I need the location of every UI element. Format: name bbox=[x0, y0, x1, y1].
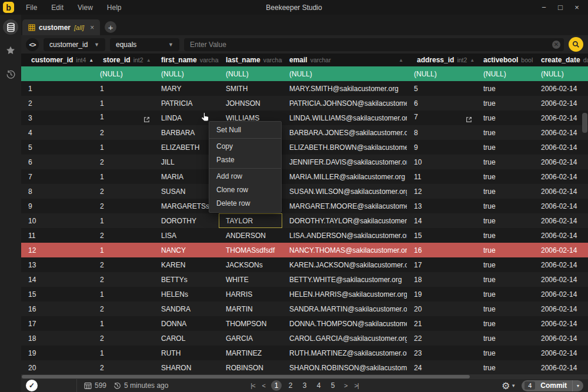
table-row[interactable]: 21PATRICIAJOHNSONPATRICIA.JOHNSON@sakila… bbox=[21, 96, 588, 110]
insert-cell[interactable]: (NULL) bbox=[154, 66, 219, 81]
insert-cell[interactable]: (NULL) bbox=[534, 66, 588, 81]
column-header-activebool[interactable]: activeboolbool▲ bbox=[476, 53, 534, 66]
context-menu-item-add-row[interactable]: Add row bbox=[209, 170, 281, 183]
cell[interactable]: 1 bbox=[93, 169, 154, 184]
cell[interactable]: SANDRA.MARTIN@sakilacustomer.org bbox=[282, 301, 407, 316]
cell[interactable]: 2 bbox=[93, 301, 154, 316]
cell[interactable]: LISA.ANDERSON@sakilacustomer.org bbox=[282, 228, 407, 243]
cell[interactable]: 24 bbox=[407, 360, 476, 375]
cell[interactable]: 20 bbox=[21, 360, 93, 375]
cell[interactable]: SUSAN.WILSON@sakilacustomer.org bbox=[282, 184, 407, 199]
cell[interactable]: 18 bbox=[21, 331, 93, 346]
cell[interactable]: true bbox=[476, 213, 534, 228]
column-header-email[interactable]: emailvarchar▲ bbox=[282, 53, 407, 66]
cell[interactable]: 17 bbox=[407, 257, 476, 272]
table-row[interactable]: 42BARBARAJONESBARBARA.JONES@sakilacustom… bbox=[21, 125, 588, 140]
commit-dropdown-button[interactable]: ▾ bbox=[572, 380, 583, 391]
cell[interactable]: 2006-02-14 bbox=[534, 81, 588, 96]
cell[interactable]: 14 bbox=[407, 213, 476, 228]
cell[interactable]: SHARON bbox=[154, 360, 219, 375]
cell[interactable]: 2 bbox=[21, 96, 93, 110]
column-header-first_name[interactable]: first_namevarchar▲ bbox=[154, 53, 219, 66]
cell[interactable]: RUTH bbox=[154, 346, 219, 360]
cell[interactable]: 7 bbox=[21, 169, 93, 184]
cell[interactable]: PATRICIA bbox=[154, 96, 219, 110]
cell[interactable]: 2 bbox=[93, 257, 154, 272]
table-row[interactable]: 51ELIZABETHBROWNELIZABETH.BROWN@sakilacu… bbox=[21, 140, 588, 155]
cell[interactable]: 20 bbox=[407, 301, 476, 316]
next-page-button[interactable]: > bbox=[343, 382, 348, 389]
cell[interactable]: true bbox=[476, 346, 534, 360]
sql-toggle-button[interactable]: <> bbox=[26, 38, 39, 51]
maximize-button[interactable]: □ bbox=[556, 3, 564, 12]
table-row[interactable]: 101DOROTHYTAYLORDOROTHY.TAYLOR@sakilacus… bbox=[21, 213, 588, 228]
cell[interactable]: BETTYs bbox=[154, 272, 219, 287]
cell[interactable]: 2006-02-14 bbox=[534, 301, 588, 316]
table-row[interactable]: 191RUTHMARTINEZRUTH.MARTINEZ@sakilacusto… bbox=[21, 346, 588, 360]
cell[interactable]: true bbox=[476, 272, 534, 287]
cell[interactable]: 2006-02-14 bbox=[534, 228, 588, 243]
cell[interactable]: 15 bbox=[21, 287, 93, 301]
cell[interactable]: NANCY.THOMAS@sakilacustomer.org bbox=[282, 243, 407, 257]
cell[interactable]: MARIA.MILLER@sakilacustomer.org bbox=[282, 169, 407, 184]
cell[interactable]: 2006-02-14 bbox=[534, 155, 588, 169]
context-menu-item-delete-row[interactable]: Delete row bbox=[209, 197, 281, 210]
cell[interactable]: DONNA bbox=[154, 316, 219, 331]
cell[interactable]: 11 bbox=[21, 228, 93, 243]
table-row[interactable]: 92MARGARETSsMOORESMARGARET.MOORE@sakilac… bbox=[21, 199, 588, 213]
cell[interactable]: BARBARA.JONES@sakilacustomer.org bbox=[282, 125, 407, 140]
cell[interactable]: KAREN bbox=[154, 257, 219, 272]
column-header-address_id[interactable]: address_idint2▲ bbox=[407, 53, 476, 66]
new-tab-button[interactable]: + bbox=[105, 21, 116, 33]
cell[interactable]: true bbox=[476, 169, 534, 184]
cell[interactable]: 1 bbox=[21, 81, 93, 96]
sidebar-tables-button[interactable] bbox=[3, 19, 18, 35]
column-header-create_date[interactable]: create_datedate▲ bbox=[534, 53, 588, 66]
insert-cell[interactable]: (NULL) bbox=[282, 66, 407, 81]
cell[interactable]: true bbox=[476, 81, 534, 96]
cell[interactable]: 1 bbox=[93, 346, 154, 360]
cell[interactable]: 16 bbox=[407, 243, 476, 257]
cell[interactable]: 1 bbox=[93, 243, 154, 257]
cell[interactable]: 6 bbox=[21, 155, 93, 169]
column-header-customer_id[interactable]: customer_idint4▲ bbox=[21, 53, 93, 66]
cell[interactable]: 2006-02-14 bbox=[534, 316, 588, 331]
cell[interactable]: PATRICIA.JOHNSON@sakilacustomer.org bbox=[282, 96, 407, 110]
menu-help[interactable]: Help bbox=[102, 2, 126, 14]
cell[interactable]: 2006-02-14 bbox=[534, 360, 588, 375]
tab-customer[interactable]: customer [all] × bbox=[22, 19, 100, 35]
cell[interactable]: 2006-02-14 bbox=[534, 257, 588, 272]
menu-file[interactable]: File bbox=[21, 2, 42, 14]
cell[interactable]: DONNA.THOMPSON@sakilacustomer.org bbox=[282, 316, 407, 331]
cell[interactable]: GARCIA bbox=[219, 331, 282, 346]
cell[interactable]: 12 bbox=[407, 184, 476, 199]
cell[interactable]: true bbox=[476, 257, 534, 272]
cell[interactable]: 2 bbox=[93, 272, 154, 287]
table-row[interactable]: 112LISAANDERSONLISA.ANDERSON@sakilacusto… bbox=[21, 228, 588, 243]
cell[interactable]: 13 bbox=[407, 199, 476, 213]
cell[interactable]: HARRIS bbox=[219, 287, 282, 301]
cell[interactable]: 2006-02-14 bbox=[534, 96, 588, 110]
cell[interactable]: 12 bbox=[21, 243, 93, 257]
cell[interactable]: ROBINSON bbox=[219, 360, 282, 375]
cell[interactable]: 2006-02-14 bbox=[534, 169, 588, 184]
menu-view[interactable]: View bbox=[73, 2, 98, 14]
cell[interactable]: 19 bbox=[407, 287, 476, 301]
cell[interactable]: 9 bbox=[21, 199, 93, 213]
cell[interactable]: CAROL.GARCIA@sakilacustomer.org bbox=[282, 331, 407, 346]
cell[interactable]: 11 bbox=[407, 169, 476, 184]
cell[interactable]: 1 bbox=[93, 140, 154, 155]
page-button-5[interactable]: 5 bbox=[328, 380, 338, 391]
table-row[interactable]: 142BETTYsWHITEBETTY.WHITE@sakilacustomer… bbox=[21, 272, 588, 287]
pending-insert-row[interactable]: (NULL)(NULL)(NULL)(NULL)(NULL)(NULL)(NUL… bbox=[21, 66, 588, 81]
cell[interactable]: 1 bbox=[93, 110, 154, 125]
table-row[interactable]: 202SHARONROBINSONSHARON.ROBINSON@sakilac… bbox=[21, 360, 588, 375]
cell[interactable]: 2006-02-14 bbox=[534, 199, 588, 213]
cell[interactable]: SANDRA bbox=[154, 301, 219, 316]
cell[interactable]: MARGARET.MOORE@sakilacustomer.org bbox=[282, 199, 407, 213]
cell[interactable]: SHARON.ROBINSON@sakilacustomer.org bbox=[282, 360, 407, 375]
table-row[interactable]: 171DONNATHOMPSONDONNA.THOMPSON@sakilacus… bbox=[21, 316, 588, 331]
cell[interactable]: DOROTHY bbox=[154, 213, 219, 228]
table-row[interactable]: 62JILLDAVISJENNIFER.DAVIS@sakilacustomer… bbox=[21, 155, 588, 169]
cell[interactable]: 2006-02-14 bbox=[534, 331, 588, 346]
